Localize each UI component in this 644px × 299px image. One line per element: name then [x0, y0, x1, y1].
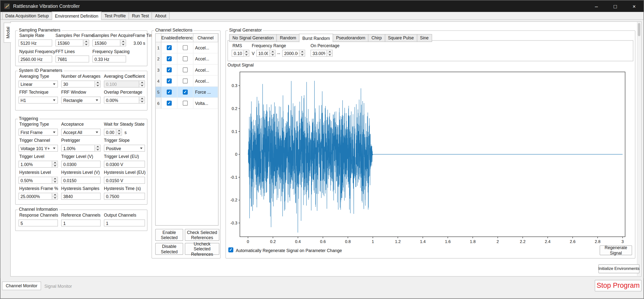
- frf-window-dropdown[interactable]: Rectangle: [61, 97, 100, 104]
- tab-random[interactable]: Random: [276, 34, 300, 42]
- spin-down-icon[interactable]: [300, 53, 305, 56]
- tab-burst-random[interactable]: Burst Random: [299, 34, 333, 42]
- enabled-checkbox[interactable]: [167, 90, 172, 94]
- spin-down-icon[interactable]: [95, 148, 100, 151]
- enabled-cell[interactable]: [162, 42, 178, 53]
- spin-up-icon[interactable]: [120, 40, 126, 43]
- enabled-cell[interactable]: [162, 98, 178, 109]
- reference-channels-field[interactable]: 1: [61, 219, 100, 227]
- channel-table-row[interactable]: 6Volta...: [156, 98, 218, 109]
- spin-up-icon[interactable]: [95, 145, 100, 148]
- reference-checkbox[interactable]: [183, 68, 188, 72]
- hysteresis-level-v-field[interactable]: 0.0150: [61, 177, 100, 184]
- enabled-cell[interactable]: [162, 54, 178, 64]
- hysteresis-frame-spinbox[interactable]: 25.0000%: [18, 193, 58, 200]
- tab-sine[interactable]: Sine: [417, 34, 432, 42]
- output-channels-field[interactable]: 1: [104, 219, 145, 227]
- dropdown-arrow-icon[interactable]: [96, 99, 98, 101]
- frequency-spacing-field[interactable]: 0.33 Hz: [92, 56, 126, 63]
- tab-signal-monitor[interactable]: Signal Monitor: [41, 282, 75, 290]
- trigger-channel-dropdown[interactable]: Voltage 101 Y+: [18, 145, 58, 152]
- channel-name-cell[interactable]: Volta...: [194, 98, 218, 109]
- enabled-cell[interactable]: [162, 65, 178, 75]
- spin-up-icon[interactable]: [244, 50, 249, 53]
- enabled-checkbox[interactable]: [167, 68, 172, 72]
- row-number-header[interactable]: 3: [156, 65, 162, 75]
- channel-name-cell[interactable]: Accel...: [194, 76, 218, 86]
- dropdown-arrow-icon[interactable]: [53, 147, 56, 149]
- spin-up-icon[interactable]: [270, 50, 275, 53]
- disable-selected-button[interactable]: Disable Selected: [155, 243, 183, 255]
- uncheck-selected-references-button[interactable]: Uncheck Selected References: [185, 243, 220, 255]
- reference-checkbox[interactable]: [183, 45, 188, 50]
- spinner-buttons[interactable]: [270, 50, 275, 56]
- spin-down-icon[interactable]: [270, 53, 275, 56]
- tab-test-profile[interactable]: Test Profile: [101, 12, 129, 20]
- tab-pseudorandom[interactable]: Pseudorandom: [333, 34, 369, 42]
- spin-up-icon[interactable]: [52, 193, 58, 196]
- close-icon[interactable]: ×: [625, 1, 644, 12]
- spinner-buttons[interactable]: [326, 50, 332, 56]
- spin-down-icon[interactable]: [139, 100, 145, 103]
- channel-table-row[interactable]: 2Accel...: [156, 54, 218, 65]
- spin-down-icon[interactable]: [52, 196, 58, 199]
- reference-checkbox[interactable]: [183, 101, 188, 106]
- dropdown-arrow-icon[interactable]: [53, 131, 56, 133]
- spinner-buttons[interactable]: [243, 50, 249, 56]
- overlap-percentage-spinbox[interactable]: 0.00%: [104, 97, 145, 104]
- spinner-buttons[interactable]: [52, 177, 58, 183]
- maximize-icon[interactable]: □: [606, 1, 625, 12]
- trigger-level-spinbox[interactable]: 1.00%: [18, 161, 58, 168]
- spin-up-icon[interactable]: [139, 97, 145, 100]
- tab-channel-monitor[interactable]: Channel Monitor: [2, 282, 41, 290]
- channel-column-header[interactable]: Channel: [194, 34, 218, 42]
- response-channels-field[interactable]: 5: [18, 219, 58, 227]
- spin-down-icon[interactable]: [52, 164, 58, 167]
- enabled-checkbox[interactable]: [167, 79, 172, 83]
- enabled-checkbox[interactable]: [167, 45, 172, 50]
- spinner-buttons[interactable]: [120, 40, 126, 46]
- spinner-buttons[interactable]: [94, 81, 100, 87]
- spinner-buttons[interactable]: [299, 50, 305, 56]
- spin-down-icon[interactable]: [244, 53, 249, 56]
- spin-up-icon[interactable]: [116, 129, 122, 132]
- sample-rate-field[interactable]: 5120 Hz: [18, 39, 52, 47]
- reference-checkbox[interactable]: [183, 79, 188, 83]
- spinner-buttons[interactable]: [52, 193, 58, 199]
- pretrigger-spinbox[interactable]: 1.00%: [61, 145, 100, 152]
- row-number-header[interactable]: 5: [156, 87, 162, 98]
- acceptance-dropdown[interactable]: Accept All: [61, 129, 100, 136]
- nyquist-frequency-field[interactable]: 2560.00 Hz: [18, 56, 52, 63]
- channel-table-row[interactable]: 1Accel...: [156, 42, 218, 53]
- spinner-buttons[interactable]: [83, 40, 89, 46]
- enabled-checkbox[interactable]: [167, 56, 172, 61]
- enabled-cell[interactable]: [162, 76, 178, 86]
- reference-column-header[interactable]: Reference: [177, 34, 194, 42]
- fft-lines-field[interactable]: 7681: [56, 56, 89, 63]
- spinner-buttons[interactable]: [139, 97, 145, 103]
- tab-run-test[interactable]: Run Test: [129, 12, 152, 20]
- trigger-level-eu-field[interactable]: 0.0300 V: [104, 161, 145, 168]
- spin-up-icon[interactable]: [139, 81, 145, 84]
- hysteresis-time-field[interactable]: 0.7500: [104, 193, 145, 200]
- spin-up-icon[interactable]: [52, 161, 58, 164]
- dropdown-arrow-icon[interactable]: [96, 131, 98, 133]
- spin-down-icon[interactable]: [83, 43, 89, 46]
- channel-name-cell[interactable]: Accel...: [194, 42, 218, 53]
- tab-about[interactable]: About: [152, 12, 170, 20]
- triggering-type-dropdown[interactable]: First Frame: [18, 129, 58, 136]
- spinner-buttons[interactable]: [94, 145, 100, 151]
- samples-per-acquire-spinbox[interactable]: 15360: [92, 39, 126, 47]
- spin-down-icon[interactable]: [116, 132, 122, 135]
- samples-per-frame-spinbox[interactable]: 15360: [56, 39, 89, 47]
- auto-regenerate-checkbox[interactable]: [228, 247, 233, 252]
- reference-cell[interactable]: [177, 98, 194, 109]
- dropdown-arrow-icon[interactable]: [140, 147, 142, 149]
- spin-down-icon[interactable]: [327, 53, 332, 56]
- reference-checkbox[interactable]: [183, 90, 188, 94]
- hysteresis-level-spinbox[interactable]: 0.50%: [18, 177, 58, 184]
- tab-chirp[interactable]: Chirp: [368, 34, 385, 42]
- spinner-buttons[interactable]: [52, 161, 58, 167]
- reference-cell[interactable]: [177, 87, 194, 98]
- row-number-header[interactable]: 2: [156, 54, 162, 64]
